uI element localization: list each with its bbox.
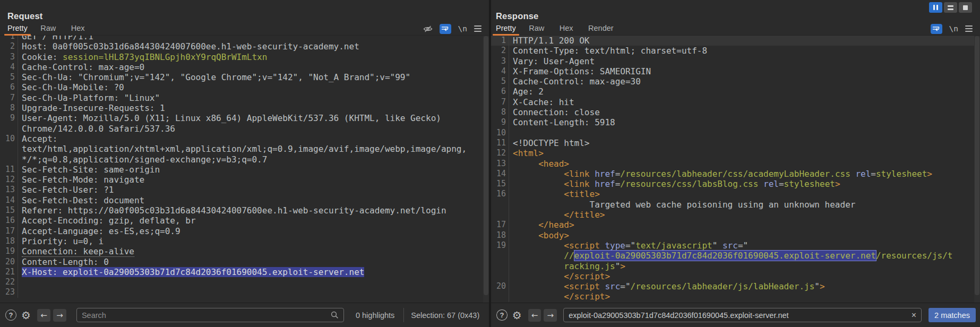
response-tab-pretty[interactable]: Pretty (493, 22, 519, 35)
code-row[interactable]: 17 </head> (491, 220, 980, 230)
show-newlines-icon[interactable]: \n (458, 24, 467, 33)
code-row[interactable]: 18Priority: u=0, i (0, 236, 489, 246)
line-number (491, 271, 509, 281)
code-text: Connection: close (509, 107, 600, 117)
layout-columns-button[interactable] (929, 2, 942, 13)
code-row[interactable]: 2Host: 0a0f005c03b31d6a84430424007600ee.… (0, 41, 489, 51)
search-next-button[interactable]: → (544, 309, 557, 322)
code-row[interactable]: 7X-Cache: hit (491, 97, 980, 107)
code-row[interactable]: 8Connection: close (491, 107, 980, 117)
code-row[interactable]: 5Cache-Control: max-age=30 (491, 76, 980, 87)
code-row[interactable]: 7Sec-Ch-Ua-Platform: "Linux" (0, 93, 489, 103)
code-row[interactable]: 16 <title> (491, 189, 980, 199)
code-row[interactable]: 5Sec-Ch-Ua: "Chromium";v="142", "Google … (0, 72, 489, 82)
clear-search-icon[interactable]: × (912, 311, 916, 320)
single-pane-icon (963, 5, 968, 10)
response-search-input[interactable] (569, 311, 908, 320)
response-editor[interactable]: 1HTTP/1.1 200 OK2Content-Type: text/html… (491, 36, 980, 303)
code-row[interactable]: 14Sec-Fetch-Dest: document (0, 195, 489, 205)
code-text: Content-Length: 0 (18, 257, 109, 267)
response-tab-render[interactable]: Render (585, 22, 617, 35)
request-tab-raw[interactable]: Raw (37, 22, 59, 35)
code-row[interactable]: 14 <link href=/resources/labheader/css/a… (491, 169, 980, 179)
code-text: Targeted web cache poisoning using an un… (509, 200, 855, 210)
response-tab-hex[interactable]: Hex (556, 22, 577, 35)
code-row[interactable]: 10 (491, 128, 980, 138)
code-row[interactable]: 11<!DOCTYPE html> (491, 138, 980, 148)
editor-menu-icon[interactable] (474, 25, 482, 32)
code-row[interactable]: 12Sec-Fetch-Mode: navigate (0, 175, 489, 185)
code-row[interactable]: 2Content-Type: text/html; charset=utf-8 (491, 46, 980, 56)
code-row[interactable]: 18 <body> (491, 230, 980, 240)
code-row[interactable]: 3Vary: User-Agent (491, 56, 980, 66)
code-row[interactable]: 4Cache-Control: max-age=0 (0, 62, 489, 72)
code-row[interactable]: 23 (0, 287, 489, 297)
code-row[interactable]: 15Referer: https://0a0f005c03b31d6a84430… (0, 205, 489, 216)
response-tab-raw[interactable]: Raw (526, 22, 547, 35)
help-icon[interactable]: ? (5, 309, 16, 321)
code-row[interactable]: 19Connection: keep-alive (0, 246, 489, 256)
request-search-box[interactable] (76, 308, 344, 322)
code-row[interactable]: 1GET / HTTP/1.1 (0, 36, 489, 41)
code-row[interactable]: 8Upgrade-Insecure-Requests: 1 (0, 103, 489, 113)
request-search-input[interactable] (82, 311, 331, 320)
soft-wrap-toggle-button[interactable] (931, 24, 942, 34)
code-row[interactable]: //exploit-0a29005303b71d7c84d2036f016900… (491, 251, 980, 261)
code-row[interactable]: 6Sec-Ch-Ua-Mobile: ?0 (0, 82, 489, 92)
code-row[interactable]: 9Content-Length: 5918 (491, 117, 980, 127)
layout-rows-button[interactable] (944, 2, 957, 13)
line-number: 12 (491, 148, 509, 158)
code-row[interactable]: */*;q=0.8,application/signed-exchange;v=… (0, 154, 489, 165)
wrap-icon (932, 25, 940, 32)
response-scrollbar[interactable] (974, 36, 980, 303)
code-row[interactable]: 10Accept: (0, 134, 489, 144)
code-row[interactable]: racking.js"> (491, 261, 980, 271)
code-row[interactable]: 16Accept-Encoding: gzip, deflate, br (0, 216, 489, 226)
search-previous-button[interactable]: ← (37, 309, 50, 322)
code-row[interactable]: text/html,application/xhtml+xml,applicat… (0, 144, 489, 154)
code-row[interactable]: 6Age: 2 (491, 87, 980, 97)
request-tab-hex[interactable]: Hex (68, 22, 88, 35)
code-row[interactable]: 20Content-Length: 0 (0, 257, 489, 267)
code-row[interactable]: 22 (0, 277, 489, 287)
request-tab-pretty[interactable]: Pretty (4, 22, 31, 35)
response-search-box[interactable]: × (563, 308, 922, 322)
code-row[interactable]: 15 <link href=/resources/css/labsBlog.cs… (491, 179, 980, 189)
code-row[interactable]: 9User-Agent: Mozilla/5.0 (X11; Linux x86… (0, 113, 489, 123)
settings-gear-icon[interactable]: ⚙ (512, 310, 522, 321)
code-row[interactable]: 21X-Host: exploit-0a29005303b71d7c84d203… (0, 267, 489, 277)
show-newlines-icon[interactable]: \n (949, 24, 958, 33)
code-row[interactable]: 11Sec-Fetch-Site: same-origin (0, 165, 489, 175)
soft-wrap-toggle-button[interactable] (440, 24, 451, 34)
code-row[interactable]: 1HTTP/1.1 200 OK (491, 36, 980, 46)
code-row[interactable]: 20 <script src="/resources/labheader/js/… (491, 281, 980, 291)
line-number: 4 (491, 66, 509, 76)
code-row[interactable]: Chrome/142.0.0.0 Safari/537.36 (0, 124, 489, 134)
code-row[interactable]: 3Cookie: session=lHL873yqIBNLGpjh0xY9rqQ… (0, 52, 489, 62)
code-text: Sec-Ch-Ua-Mobile: ?0 (18, 82, 124, 92)
settings-gear-icon[interactable]: ⚙ (21, 310, 31, 321)
line-number: 17 (491, 220, 509, 230)
request-scrollbar[interactable] (483, 36, 489, 303)
visibility-toggle-icon[interactable] (423, 24, 433, 33)
editor-menu-icon[interactable] (965, 25, 973, 32)
code-row[interactable]: Targeted web cache poisoning using an un… (491, 200, 980, 210)
scrollbar-thumb[interactable] (484, 36, 488, 295)
help-icon[interactable]: ? (496, 309, 508, 321)
line-number: 4 (0, 62, 18, 72)
line-number (491, 251, 509, 261)
code-row[interactable]: 19 <script type="text/javascript" src=" (491, 240, 980, 251)
code-row[interactable]: </script> (491, 271, 980, 281)
code-row[interactable]: </script> (491, 291, 980, 302)
code-row[interactable]: 13Sec-Fetch-User: ?1 (0, 185, 489, 195)
request-editor[interactable]: 1GET / HTTP/1.12Host: 0a0f005c03b31d6a84… (0, 36, 489, 303)
scrollbar-thumb[interactable] (975, 36, 979, 295)
search-next-button[interactable]: → (53, 309, 66, 322)
code-row[interactable]: 17Accept-Language: es-ES,es;q=0.9 (0, 226, 489, 236)
code-row[interactable]: 4X-Frame-Options: SAMEORIGIN (491, 66, 980, 76)
code-row[interactable]: 12<html> (491, 148, 980, 158)
code-row[interactable]: </title> (491, 210, 980, 220)
layout-single-button[interactable] (959, 2, 972, 13)
search-previous-button[interactable]: ← (528, 309, 541, 322)
code-row[interactable]: 13 <head> (491, 159, 980, 169)
